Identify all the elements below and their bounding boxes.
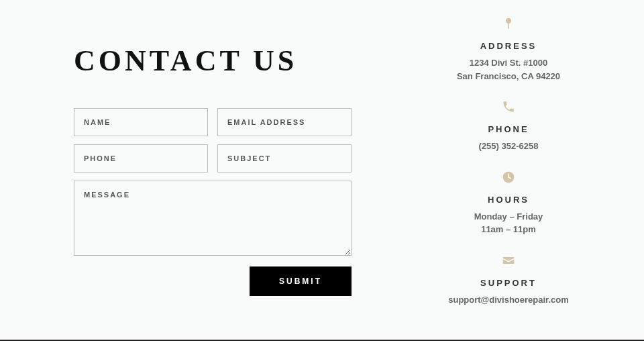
phone-value: (255) 352-6258 <box>413 140 604 153</box>
support-title: SUPPORT <box>413 278 604 288</box>
support-block: SUPPORT support@divishoerepair.com <box>413 254 604 307</box>
subject-input[interactable] <box>217 144 352 173</box>
hours-block: HOURS Monday – Friday 11am – 11pm <box>413 170 604 236</box>
hours-line1: Monday – Friday <box>413 210 604 224</box>
support-email: support@divishoerepair.com <box>413 293 604 307</box>
contact-form: SUBMIT <box>74 108 352 296</box>
pin-icon <box>502 17 515 30</box>
page-title: CONTACT US <box>74 44 386 78</box>
phone-icon <box>502 100 515 113</box>
message-input[interactable] <box>74 181 352 256</box>
address-title: ADDRESS <box>413 41 604 51</box>
submit-button[interactable]: SUBMIT <box>250 266 352 296</box>
address-line1: 1234 Divi St. #1000 <box>413 56 604 70</box>
address-line2: San Francisco, CA 94220 <box>413 70 604 83</box>
phone-block: PHONE (255) 352-6258 <box>413 100 604 153</box>
clock-icon <box>502 170 515 184</box>
mail-icon <box>502 254 515 267</box>
phone-input[interactable] <box>74 144 208 173</box>
hours-title: HOURS <box>413 195 604 205</box>
phone-title: PHONE <box>413 124 604 134</box>
address-block: ADDRESS 1234 Divi St. #1000 San Francisc… <box>413 17 604 83</box>
email-input[interactable] <box>217 108 352 136</box>
name-input[interactable] <box>74 108 208 136</box>
hours-line2: 11am – 11pm <box>413 223 604 236</box>
